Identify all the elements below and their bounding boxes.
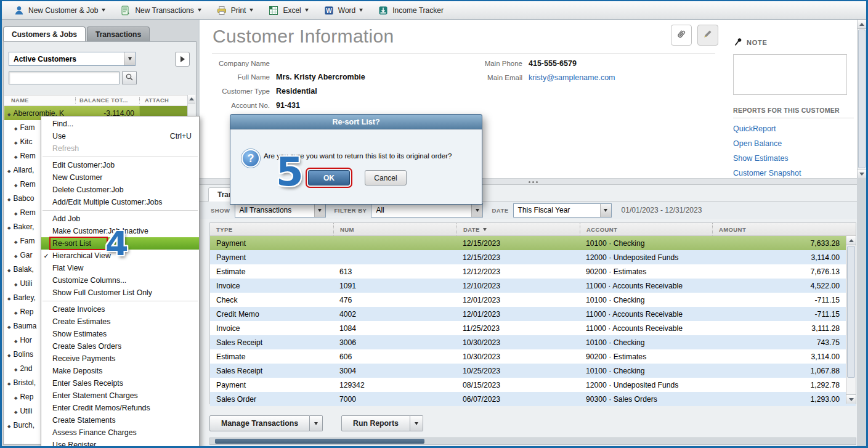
- column-header-account[interactable]: ACCOUNT: [580, 223, 712, 235]
- ok-button[interactable]: OK: [308, 170, 350, 185]
- transactions-table-body: Payment 12/15/2023 10100 · Checking 7,63…: [210, 236, 856, 406]
- context-menu-item[interactable]: Find...: [41, 118, 199, 130]
- transactions-section: Transactions SHOW All Transactions FILTE…: [200, 185, 857, 446]
- context-menu-item[interactable]: Create Sales Orders: [41, 340, 199, 352]
- date-dropdown[interactable]: This Fiscal Year: [513, 203, 612, 218]
- show-dropdown[interactable]: All Transactions: [235, 203, 326, 218]
- chevron-down-icon: [305, 9, 309, 12]
- scrollbar-thumb[interactable]: [858, 30, 866, 168]
- context-menu-item[interactable]: Create Statements: [41, 414, 199, 426]
- scrollbar-thumb[interactable]: [847, 246, 855, 378]
- scroll-down-button[interactable]: [846, 394, 856, 404]
- transaction-row[interactable]: Estimate 606 10/30/2023 90200 · Estimate…: [210, 349, 856, 364]
- transaction-row[interactable]: Estimate 613 12/12/2023 90200 · Estimate…: [210, 264, 856, 279]
- main-phone-label: Main Phone: [468, 59, 522, 68]
- print-icon: [216, 5, 227, 16]
- horizontal-scrollbar[interactable]: [209, 438, 856, 445]
- cancel-button[interactable]: Cancel: [365, 170, 407, 185]
- toolbar-new-customer-job[interactable]: New Customer & Job: [7, 2, 112, 18]
- column-header-balance[interactable]: BALANCE TOT...: [75, 97, 139, 104]
- report-link[interactable]: Show Estimates: [733, 154, 801, 163]
- context-menu-item[interactable]: Add/Edit Multiple Customer:Jobs: [41, 196, 199, 208]
- tab-customers-and-jobs[interactable]: Customers & Jobs: [3, 26, 86, 41]
- context-menu-item[interactable]: Create Invoices: [41, 303, 199, 316]
- context-menu-item[interactable]: Enter Statement Charges: [41, 389, 199, 402]
- collapse-panel-button[interactable]: [175, 52, 190, 67]
- context-menu-item[interactable]: Assess Finance Charges: [41, 426, 199, 439]
- table-scrollbar[interactable]: [846, 236, 856, 404]
- context-menu-item[interactable]: Refresh: [41, 142, 199, 155]
- context-menu-item[interactable]: Delete Customer:Job: [41, 184, 199, 196]
- transaction-row[interactable]: Sales Receipt 3004 10/25/2023 10100 · Ch…: [210, 364, 856, 378]
- manage-transactions-button[interactable]: Manage Transactions: [209, 415, 323, 431]
- run-reports-button[interactable]: Run Reports: [341, 415, 423, 431]
- report-link[interactable]: Open Balance: [733, 139, 801, 148]
- context-menu-item[interactable]: Show Full Customer List Only: [41, 287, 199, 299]
- search-input[interactable]: [9, 71, 120, 84]
- column-header-date[interactable]: DATE: [456, 223, 580, 235]
- transaction-amount: 3,114.00: [712, 352, 856, 361]
- context-menu-item[interactable]: Show Estimates: [41, 328, 199, 340]
- context-menu-item[interactable]: Customize Columns...: [41, 274, 199, 287]
- scroll-up-button[interactable]: [188, 95, 195, 104]
- toolbar-print[interactable]: Print: [209, 2, 261, 18]
- context-menu-item[interactable]: Make Deposits: [41, 365, 199, 377]
- search-button[interactable]: [122, 71, 137, 84]
- transaction-row[interactable]: Payment 12/15/2023 12000 · Undeposited F…: [210, 250, 856, 264]
- column-header-amount[interactable]: AMOUNT: [712, 223, 856, 235]
- run-reports-label[interactable]: Run Reports: [341, 415, 410, 431]
- menu-item-label: Hierarchical View: [51, 251, 112, 261]
- filter-by-dropdown[interactable]: All: [371, 203, 483, 218]
- transaction-row[interactable]: Credit Memo 4002 12/01/2023 11000 · Acco…: [210, 307, 856, 321]
- transaction-row[interactable]: Sales Receipt 3006 10/30/2023 10100 · Ch…: [210, 335, 856, 349]
- report-link[interactable]: QuickReport: [733, 124, 801, 133]
- column-header-name[interactable]: NAME: [4, 97, 75, 104]
- scroll-up-button[interactable]: [846, 236, 856, 245]
- context-menu-item[interactable]: Edit Customer:Job: [41, 159, 199, 171]
- context-menu-item[interactable]: Create Estimates: [41, 316, 199, 328]
- triangle-up-icon: [849, 237, 854, 242]
- scroll-up-button[interactable]: [858, 20, 866, 29]
- manage-transactions-label[interactable]: Manage Transactions: [209, 415, 310, 431]
- transaction-row[interactable]: Invoice 1084 11/25/2023 11000 · Accounts…: [210, 321, 856, 335]
- transaction-amount: 1,292.78: [712, 381, 856, 389]
- transaction-row[interactable]: Payment 12/15/2023 10100 · Checking 7,63…: [210, 236, 856, 250]
- context-menu-item[interactable]: Use Ctrl+U: [41, 130, 199, 142]
- dialog-title-bar[interactable]: Re-sort List?: [230, 114, 482, 129]
- context-menu-item[interactable]: Receive Payments: [41, 352, 199, 365]
- transaction-row[interactable]: Check 476 12/01/2023 10100 · Checking -7…: [210, 293, 856, 307]
- vertical-scrollbar[interactable]: [857, 20, 866, 178]
- transaction-row[interactable]: Sales Order 7000 06/07/2023 90300 · Sale…: [210, 392, 856, 406]
- main-email-link[interactable]: kristy@samplename.com: [529, 73, 615, 82]
- chevron-down-icon[interactable]: [410, 415, 423, 431]
- column-header-num[interactable]: NUM: [333, 223, 456, 235]
- transaction-row[interactable]: Payment 129342 08/15/2023 12000 · Undepo…: [210, 378, 856, 392]
- context-menu-item[interactable]: Enter Sales Receipts: [41, 377, 199, 389]
- scrollbar-thumb[interactable]: [215, 439, 424, 444]
- edit-customer-button[interactable]: [697, 25, 718, 46]
- scroll-down-button[interactable]: [858, 169, 866, 178]
- context-menu-item[interactable]: New Customer: [41, 171, 199, 184]
- chevron-down-icon: [124, 52, 135, 65]
- context-menu-item[interactable]: Enter Credit Memos/Refunds: [41, 402, 199, 414]
- menu-item-label: New Customer: [51, 173, 103, 182]
- report-link[interactable]: Customer Snapshot: [733, 169, 801, 177]
- tab-transactions[interactable]: Transactions: [87, 26, 150, 41]
- column-header-type[interactable]: TYPE: [210, 223, 333, 235]
- transaction-row[interactable]: Invoice 1091 12/10/2023 11000 · Accounts…: [210, 279, 856, 293]
- toolbar-new-transactions[interactable]: New Transactions: [113, 2, 208, 18]
- column-header-attach[interactable]: ATTACH: [139, 97, 187, 104]
- transaction-amount: 743.75: [712, 338, 856, 347]
- note-box[interactable]: [733, 54, 847, 95]
- attach-file-button[interactable]: [671, 25, 692, 46]
- context-menu-item[interactable]: Add Job: [41, 213, 199, 225]
- toolbar-excel[interactable]: Excel: [261, 2, 315, 18]
- menu-item-label: Re-sort List: [51, 238, 106, 248]
- toolbar-income-tracker[interactable]: Income Tracker: [371, 2, 450, 18]
- diamond-bullet-icon: [4, 407, 20, 415]
- chevron-down-icon[interactable]: [310, 415, 323, 431]
- toolbar-word[interactable]: W Word: [317, 2, 370, 18]
- context-menu-item[interactable]: Flat View: [41, 262, 199, 274]
- active-customers-dropdown[interactable]: Active Customers: [9, 52, 136, 66]
- context-menu-item[interactable]: Use Register: [41, 439, 199, 448]
